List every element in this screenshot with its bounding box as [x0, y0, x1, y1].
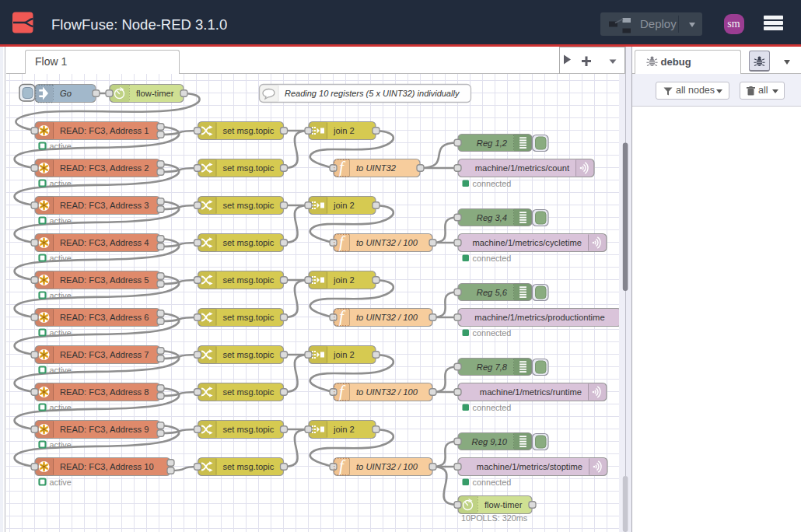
- svg-text:active: active: [50, 403, 72, 412]
- svg-text:f: f: [339, 457, 346, 475]
- svg-text:machine/1/metrics/runtime: machine/1/metrics/runtime: [480, 387, 582, 397]
- svg-text:to UINT32 / 100: to UINT32 / 100: [356, 387, 418, 397]
- svg-text:set msg.topic: set msg.topic: [223, 313, 275, 322]
- svg-text:f: f: [339, 233, 346, 251]
- svg-text:READ: FC3, Address 5: READ: FC3, Address 5: [60, 275, 149, 285]
- svg-text:READ: FC3, Address 2: READ: FC3, Address 2: [60, 163, 149, 173]
- svg-text:f: f: [339, 382, 346, 401]
- svg-text:machine/1/metrics/stoptime: machine/1/metrics/stoptime: [477, 462, 582, 471]
- svg-text:set msg.topic: set msg.topic: [223, 163, 275, 173]
- svg-text:f: f: [339, 307, 346, 326]
- svg-text:Reg 9,10: Reg 9,10: [472, 437, 508, 446]
- svg-text:READ: FC3, Address 6: READ: FC3, Address 6: [60, 313, 149, 322]
- svg-text:active: active: [50, 254, 72, 263]
- svg-text:connected: connected: [473, 254, 512, 263]
- svg-text:active: active: [50, 216, 72, 226]
- svg-text:join 2: join 2: [333, 350, 355, 359]
- svg-text:to UINT32 / 100: to UINT32 / 100: [356, 462, 418, 471]
- svg-text:machine/1/metrics/cycletime: machine/1/metrics/cycletime: [472, 238, 582, 247]
- svg-text:connected: connected: [473, 179, 512, 188]
- svg-text:flow-timer: flow-timer: [136, 89, 174, 98]
- svg-text:READ: FC3, Address 1: READ: FC3, Address 1: [60, 126, 149, 135]
- svg-text:Reading 10 registers (5 x UINT: Reading 10 registers (5 x UINT32) indivi…: [285, 89, 460, 98]
- svg-text:set msg.topic: set msg.topic: [223, 238, 275, 247]
- svg-text:join 2: join 2: [333, 275, 355, 285]
- svg-text:active: active: [50, 179, 72, 188]
- svg-text:READ: FC3, Address 10: READ: FC3, Address 10: [60, 462, 154, 471]
- svg-text:connected: connected: [473, 403, 512, 412]
- svg-text:set msg.topic: set msg.topic: [223, 126, 275, 135]
- svg-text:to UINT32: to UINT32: [356, 163, 397, 173]
- svg-text:machine/1/metrics/count: machine/1/metrics/count: [475, 163, 570, 173]
- svg-text:to UINT32 / 100: to UINT32 / 100: [356, 313, 418, 322]
- svg-text:join 2: join 2: [333, 201, 355, 210]
- svg-text:machine/1/metrics/productionti: machine/1/metrics/productiontime: [474, 313, 604, 322]
- svg-text:connected: connected: [473, 328, 512, 338]
- svg-text:set msg.topic: set msg.topic: [223, 350, 275, 359]
- svg-text:active: active: [50, 328, 72, 338]
- svg-text:join 2: join 2: [333, 126, 355, 135]
- svg-text:READ: FC3, Address 4: READ: FC3, Address 4: [60, 238, 149, 247]
- svg-text:set msg.topic: set msg.topic: [223, 425, 275, 434]
- svg-text:Reg 1,2: Reg 1,2: [477, 138, 508, 148]
- svg-text:READ: FC3, Address 7: READ: FC3, Address 7: [60, 350, 149, 359]
- svg-text:active: active: [50, 440, 72, 450]
- svg-text:Go: Go: [60, 89, 72, 98]
- svg-text:Reg 7,8: Reg 7,8: [477, 362, 508, 372]
- svg-text:set msg.topic: set msg.topic: [223, 387, 275, 397]
- svg-text:active: active: [50, 478, 72, 487]
- svg-text:Reg 5,6: Reg 5,6: [477, 288, 508, 297]
- svg-text:set msg.topic: set msg.topic: [223, 462, 275, 471]
- svg-text:READ: FC3, Address 9: READ: FC3, Address 9: [60, 425, 149, 434]
- svg-text:10POLLS: 320ms: 10POLLS: 320ms: [461, 513, 528, 523]
- svg-text:READ: FC3, Address 8: READ: FC3, Address 8: [60, 387, 149, 397]
- svg-text:active: active: [50, 142, 72, 151]
- svg-text:set msg.topic: set msg.topic: [223, 275, 275, 285]
- svg-text:Reg 3,4: Reg 3,4: [477, 213, 507, 222]
- svg-text:flow-timer: flow-timer: [484, 500, 523, 509]
- svg-text:READ: FC3, Address 3: READ: FC3, Address 3: [60, 201, 149, 210]
- svg-text:active: active: [50, 366, 72, 375]
- svg-text:f: f: [339, 158, 346, 177]
- svg-text:active: active: [50, 291, 72, 300]
- svg-text:to UINT32 / 100: to UINT32 / 100: [356, 238, 418, 247]
- svg-text:join 2: join 2: [333, 425, 355, 434]
- svg-text:connected: connected: [473, 478, 512, 487]
- svg-text:set msg.topic: set msg.topic: [223, 201, 275, 210]
